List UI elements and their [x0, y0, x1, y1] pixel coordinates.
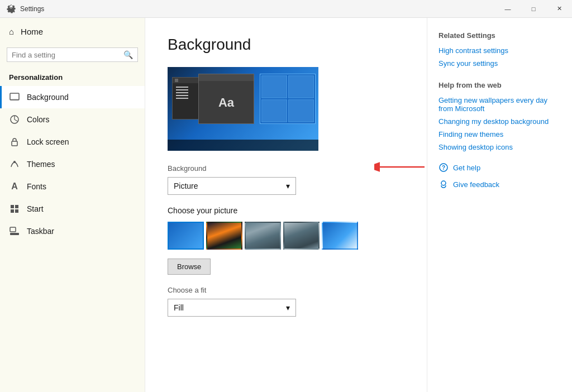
- main-inner: Background: [168, 36, 404, 317]
- title-bar-left: Settings: [7, 4, 44, 13]
- fit-dropdown[interactable]: Fill ▾: [168, 299, 296, 317]
- find-themes-link[interactable]: Finding new themes: [438, 130, 561, 138]
- sidebar-item-start[interactable]: Start: [0, 198, 145, 220]
- settings-window: Settings — □ ✕ ⌂ Home 🔍 Personalization: [0, 0, 572, 392]
- picture-thumb-2[interactable]: [206, 222, 242, 250]
- personalization-label: Personalization: [0, 69, 145, 86]
- sync-settings-link[interactable]: Sync your settings: [438, 59, 561, 68]
- search-box: 🔍: [7, 47, 138, 62]
- sidebar-item-lock-screen[interactable]: Lock screen: [0, 131, 145, 153]
- high-contrast-link[interactable]: High contrast settings: [438, 46, 561, 55]
- fit-dropdown-value: Fill: [174, 303, 184, 312]
- home-icon: ⌂: [9, 27, 14, 36]
- start-icon: [9, 203, 20, 214]
- help-actions: ? Get help Give feedback: [438, 162, 561, 189]
- sidebar-item-themes[interactable]: Themes: [0, 153, 145, 175]
- sidebar-colors-label: Colors: [27, 115, 49, 124]
- give-feedback-label: Give feedback: [453, 180, 499, 189]
- give-feedback-link[interactable]: Give feedback: [438, 179, 561, 189]
- page-title: Background: [168, 36, 404, 54]
- right-panel: Related Settings High contrast settings …: [427, 18, 572, 392]
- help-from-web-title: Help from the web: [438, 81, 561, 89]
- main-content: Background: [145, 18, 427, 392]
- taskbar-icon: [9, 226, 20, 237]
- background-icon: [9, 92, 20, 103]
- content-area: ⌂ Home 🔍 Personalization Background Colo…: [0, 18, 572, 392]
- svg-rect-8: [15, 209, 18, 213]
- sidebar-taskbar-label: Taskbar: [27, 227, 54, 236]
- svg-rect-7: [11, 209, 14, 213]
- sidebar-item-background[interactable]: Background: [0, 86, 145, 108]
- give-feedback-icon: [438, 179, 449, 189]
- choose-picture-label: Choose your picture: [168, 206, 404, 215]
- sidebar-themes-label: Themes: [27, 160, 55, 169]
- search-input[interactable]: [12, 51, 120, 59]
- sidebar-background-label: Background: [27, 93, 69, 102]
- background-field-label: Background: [168, 164, 404, 173]
- preview-taskbar: [168, 140, 318, 151]
- svg-rect-1: [10, 99, 19, 100]
- change-background-link[interactable]: Changing my desktop background: [438, 117, 561, 126]
- minimize-button[interactable]: —: [495, 0, 521, 18]
- new-wallpapers-link[interactable]: Getting new wallpapers every day from Mi…: [438, 96, 561, 113]
- sidebar-item-taskbar[interactable]: Taskbar: [0, 220, 145, 242]
- sidebar-item-home[interactable]: ⌂ Home: [0, 18, 145, 45]
- svg-rect-5: [11, 205, 14, 208]
- lock-screen-icon: [9, 136, 20, 147]
- svg-rect-3: [12, 141, 17, 146]
- svg-rect-9: [10, 233, 19, 235]
- related-settings-title: Related Settings: [438, 31, 561, 40]
- settings-app-icon: [7, 4, 16, 13]
- svg-text:?: ?: [442, 165, 445, 171]
- sidebar-item-fonts[interactable]: A Fonts: [0, 175, 145, 198]
- close-button[interactable]: ✕: [546, 0, 572, 18]
- svg-rect-6: [15, 205, 18, 208]
- picture-thumb-5[interactable]: [322, 222, 358, 250]
- maximize-button[interactable]: □: [521, 0, 546, 18]
- help-section: Help from the web Getting new wallpapers…: [438, 81, 561, 151]
- background-dropdown[interactable]: Picture ▾: [168, 177, 296, 195]
- fonts-icon: A: [9, 181, 20, 192]
- svg-rect-10: [10, 227, 16, 232]
- title-bar: Settings — □ ✕: [0, 0, 572, 18]
- show-icons-link[interactable]: Showing desktop icons: [438, 143, 561, 151]
- svg-point-15: [441, 181, 446, 185]
- get-help-link[interactable]: ? Get help: [438, 162, 561, 173]
- sidebar-fonts-label: Fonts: [27, 182, 46, 191]
- picture-thumb-3[interactable]: [245, 222, 281, 250]
- picture-grid: [168, 222, 404, 250]
- title-bar-text: Settings: [20, 5, 44, 13]
- sidebar-lock-screen-label: Lock screen: [27, 137, 69, 146]
- browse-button[interactable]: Browse: [168, 259, 211, 275]
- sidebar-start-label: Start: [27, 204, 44, 213]
- colors-icon: [9, 114, 20, 125]
- home-label: Home: [21, 27, 43, 36]
- search-icon: 🔍: [123, 50, 133, 59]
- fit-dropdown-arrow: ▾: [286, 303, 290, 312]
- get-help-label: Get help: [453, 164, 480, 172]
- sidebar-item-colors[interactable]: Colors: [0, 108, 145, 131]
- title-bar-controls: — □ ✕: [495, 0, 572, 18]
- background-dropdown-arrow: ▾: [286, 181, 290, 190]
- picture-thumb-1[interactable]: [168, 222, 204, 250]
- picture-thumb-4[interactable]: [283, 222, 320, 250]
- themes-icon: [9, 159, 20, 170]
- background-dropdown-value: Picture: [174, 181, 198, 190]
- choose-fit-label: Choose a fit: [168, 286, 404, 294]
- sidebar: ⌂ Home 🔍 Personalization Background Colo…: [0, 18, 145, 392]
- desktop-preview: Aa: [168, 67, 318, 151]
- svg-point-4: [13, 161, 16, 163]
- get-help-icon: ?: [438, 162, 449, 173]
